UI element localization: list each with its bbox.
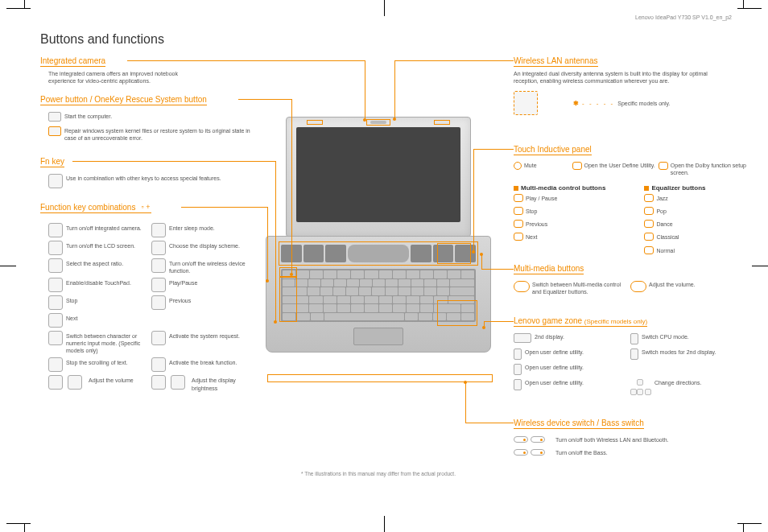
fn-f11-icon <box>151 295 166 310</box>
section-power-button: Power button / OneKey Rescue System butt… <box>40 95 258 146</box>
sub-eq: Equalizer buttons <box>651 184 705 192</box>
heading-multimedia: Multi-media buttons <box>514 264 584 274</box>
play-icon <box>514 194 523 202</box>
wlan-legend: Specific models only. <box>617 99 747 107</box>
section-fn-key: Fn key Use in combination with other key… <box>40 157 258 193</box>
bass-off-icon <box>514 449 528 456</box>
section-fn-combinations: Function key combinations ▫ + Turn on/of… <box>40 203 258 392</box>
power-desc-2: Repair windows system kernel files or re… <box>64 126 258 142</box>
gz-user2-icon <box>514 364 522 375</box>
ws-off-icon <box>514 436 528 443</box>
heading-fn-combos: Function key combinations ▫ + <box>40 203 151 213</box>
power-desc-1: Start the computer. <box>64 112 258 120</box>
heading-wireless-switch: Wireless device switch / Bass switch <box>514 419 644 429</box>
bass-on-icon <box>531 449 545 456</box>
fn-f1-icon <box>151 223 166 237</box>
ws-on-icon <box>531 436 545 443</box>
next-icon <box>514 233 523 241</box>
fn-vol-up-icon <box>68 375 82 390</box>
laptop-illustration <box>258 117 499 353</box>
onekey-icon <box>48 126 61 136</box>
wlan-body: An integrated dual diversity antenna sys… <box>514 70 715 85</box>
fn-f12-icon <box>48 313 63 328</box>
gz-user1-icon <box>514 348 522 360</box>
stop-icon <box>514 207 523 215</box>
gz-arrows-icon <box>630 379 651 395</box>
gz-cpu-icon <box>630 333 638 344</box>
fn-delete-icon <box>48 357 63 372</box>
fn-prtsc-icon <box>151 331 166 345</box>
heading-game-zone: Lenovo game zone (Specific models only) <box>514 316 647 327</box>
fn-f4-icon <box>48 258 63 273</box>
section-touch-panel: Touch Inductive panel Mute Open the User… <box>514 145 747 259</box>
gz-user3-icon <box>514 379 522 390</box>
prev-icon <box>514 220 523 228</box>
dolby-icon <box>659 162 668 170</box>
power-icon <box>48 112 61 122</box>
eq-pop-icon <box>644 207 654 215</box>
fn-bright-down-icon <box>151 375 166 390</box>
mm-volume-icon <box>630 281 646 292</box>
heading-touch-panel: Touch Inductive panel <box>514 145 592 155</box>
wlan-dashed-icon <box>514 91 538 115</box>
body-integrated-camera: The integrated camera offers an improved… <box>40 70 201 85</box>
fn-f3-icon <box>151 241 166 255</box>
fn-f10-icon <box>48 295 63 310</box>
section-wireless-switch: Wireless device switch / Bass switch Tur… <box>514 419 747 461</box>
udu-icon <box>572 162 582 170</box>
section-wlan: Wireless LAN antennas An integrated dual… <box>514 56 747 120</box>
fn-f9-icon <box>151 278 166 292</box>
eq-jazz-icon <box>644 194 654 202</box>
section-multimedia: Multi-media buttons Switch between Multi… <box>514 264 747 299</box>
fn-f5-icon <box>151 258 166 273</box>
heading-integrated-camera: Integrated camera <box>40 56 105 67</box>
mute-icon <box>514 162 522 170</box>
star-icon: ✱ <box>573 100 579 107</box>
eq-classical-icon <box>644 233 654 241</box>
eq-normal-icon <box>644 246 654 254</box>
mm-switch-icon <box>514 281 530 292</box>
fn-bright-up-icon <box>171 375 185 390</box>
heading-fn-key: Fn key <box>40 157 64 167</box>
fn-pause-icon <box>151 357 166 372</box>
fn-f8-icon <box>48 278 63 292</box>
fn-vol-down-icon <box>48 375 63 390</box>
section-game-zone: Lenovo game zone (Specific models only) … <box>514 316 747 399</box>
doc-id: Lenovo IdeaPad Y730 SP V1.0_en_p2 <box>635 14 732 20</box>
sub-media: Multi-media control buttons <box>521 184 605 192</box>
page-title: Buttons and functions <box>40 32 164 47</box>
heading-power-button: Power button / OneKey Rescue System butt… <box>40 95 207 105</box>
heading-wlan: Wireless LAN antennas <box>514 56 598 67</box>
fn-f2-icon <box>48 241 63 255</box>
footnote: * The illustrations in this manual may d… <box>266 471 491 476</box>
fn-key-desc: Use in combination with other keys to ac… <box>66 174 258 182</box>
gz-display-icon <box>514 333 531 343</box>
fn-key-icon <box>48 174 63 188</box>
eq-dance-icon <box>644 220 654 228</box>
fn-esc-icon <box>48 223 63 237</box>
fn-insert-icon <box>48 331 63 345</box>
gz-mode-icon <box>630 348 638 360</box>
